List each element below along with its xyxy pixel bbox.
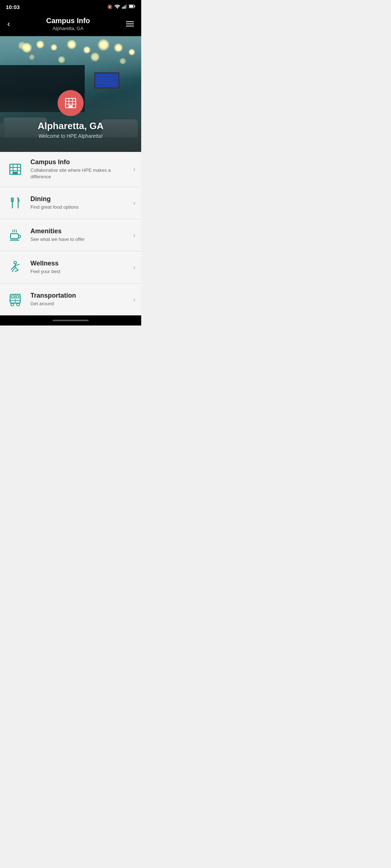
hero-image: Alpharetta, GA Welcome to HPE Alpharetta… bbox=[0, 36, 141, 152]
bottom-bar bbox=[0, 315, 141, 326]
svg-rect-34 bbox=[12, 296, 14, 298]
svg-rect-19 bbox=[13, 172, 17, 174]
menu-item-amenities[interactable]: Amenities See what we have to offer › bbox=[0, 219, 141, 251]
wellness-icon bbox=[7, 259, 23, 275]
dining-icon-wrap bbox=[6, 193, 25, 212]
wifi-icon bbox=[114, 4, 120, 10]
svg-rect-4 bbox=[126, 4, 127, 9]
hero-welcome: Welcome to HPE Alpharetta! bbox=[38, 133, 102, 139]
header-title-group: Campus Info Alpharetta, GA bbox=[10, 17, 126, 31]
svg-line-29 bbox=[15, 264, 19, 265]
dining-text: Dining Find great food options bbox=[30, 195, 130, 210]
menu-item-dining[interactable]: Dining Find great food options › bbox=[0, 187, 141, 219]
svg-rect-13 bbox=[69, 105, 72, 108]
status-time: 10:03 bbox=[6, 4, 20, 10]
header-subtitle: Alpharetta, GA bbox=[10, 26, 126, 31]
amenities-desc: See what we have to offer bbox=[30, 236, 130, 243]
transportation-icon bbox=[7, 292, 23, 307]
menu-button[interactable] bbox=[126, 21, 134, 26]
dining-icon bbox=[7, 195, 23, 211]
amenities-text: Amenities See what we have to offer bbox=[30, 227, 130, 243]
svg-rect-1 bbox=[122, 7, 123, 9]
back-button[interactable]: ‹ bbox=[7, 20, 10, 28]
campus-info-text: Campus Info Collaborative site where HPE… bbox=[30, 158, 130, 180]
svg-rect-7 bbox=[129, 5, 133, 8]
campus-info-chevron: › bbox=[133, 166, 135, 173]
wellness-desc: Feel your best bbox=[30, 268, 130, 275]
menu-item-wellness[interactable]: Wellness Feel your best › bbox=[0, 251, 141, 284]
transportation-text: Transportation Get around bbox=[30, 292, 130, 307]
wellness-chevron: › bbox=[133, 264, 135, 271]
signal-icon bbox=[122, 4, 127, 10]
dining-desc: Find great food options bbox=[30, 204, 130, 210]
building-hero-icon bbox=[64, 96, 77, 110]
menu-item-transportation[interactable]: Transportation Get around › bbox=[0, 284, 141, 315]
svg-rect-35 bbox=[16, 296, 19, 298]
dining-chevron: › bbox=[133, 199, 135, 207]
menu-item-campus-info[interactable]: Campus Info Collaborative site where HPE… bbox=[0, 152, 141, 187]
campus-info-label: Campus Info bbox=[30, 158, 130, 166]
svg-line-32 bbox=[15, 270, 18, 272]
battery-icon bbox=[129, 4, 135, 9]
dining-label: Dining bbox=[30, 195, 130, 203]
svg-rect-6 bbox=[135, 6, 135, 7]
amenities-chevron: › bbox=[133, 231, 135, 239]
hero-icon-circle bbox=[58, 90, 84, 116]
home-indicator bbox=[52, 320, 89, 321]
campus-info-icon-wrap bbox=[6, 160, 25, 179]
transportation-chevron: › bbox=[133, 296, 135, 303]
wellness-icon-wrap bbox=[6, 258, 25, 277]
status-icons: 🔇 bbox=[107, 4, 135, 10]
wellness-label: Wellness bbox=[30, 260, 130, 267]
header-title: Campus Info bbox=[10, 17, 126, 25]
transportation-desc: Get around bbox=[30, 301, 130, 307]
transportation-icon-wrap bbox=[6, 290, 25, 309]
svg-rect-24 bbox=[10, 234, 18, 239]
hero-overlay: Alpharetta, GA Welcome to HPE Alpharetta… bbox=[0, 36, 141, 152]
status-bar: 10:03 🔇 bbox=[0, 0, 141, 13]
campus-info-icon bbox=[7, 161, 23, 177]
svg-rect-2 bbox=[123, 7, 125, 9]
hero-city: Alpharetta, GA bbox=[38, 120, 104, 132]
svg-point-0 bbox=[117, 8, 118, 8]
campus-info-desc: Collaborative site where HPE makes a dif… bbox=[30, 167, 130, 180]
svg-rect-3 bbox=[125, 5, 126, 9]
mute-icon: 🔇 bbox=[107, 4, 113, 9]
amenities-label: Amenities bbox=[30, 227, 130, 235]
header: ‹ Campus Info Alpharetta, GA bbox=[0, 13, 141, 36]
svg-line-31 bbox=[15, 267, 18, 270]
wellness-text: Wellness Feel your best bbox=[30, 260, 130, 275]
amenities-icon bbox=[7, 227, 23, 243]
amenities-icon-wrap bbox=[6, 226, 25, 244]
menu-list: Campus Info Collaborative site where HPE… bbox=[0, 152, 141, 315]
transportation-label: Transportation bbox=[30, 292, 130, 299]
